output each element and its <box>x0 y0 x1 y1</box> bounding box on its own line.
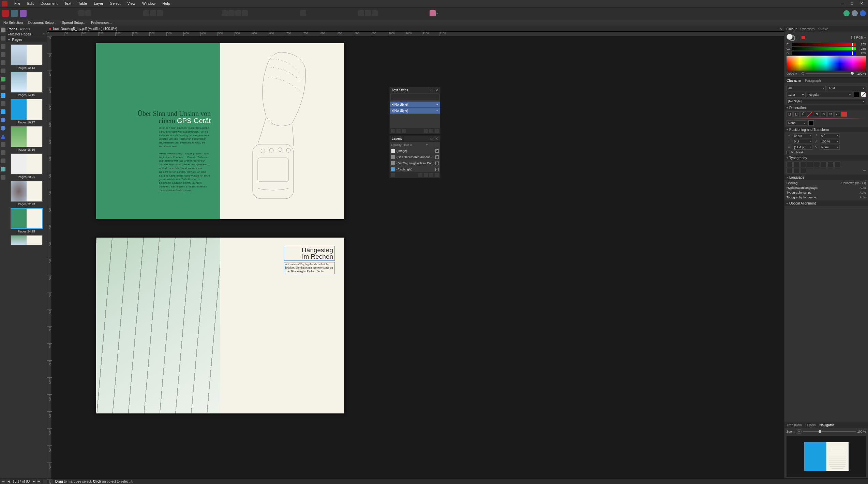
slider-red[interactable]: R:235 <box>787 43 866 46</box>
page-thumb-18-19[interactable]: Pages 18,19 <box>8 126 45 151</box>
page-thumb-20-21[interactable]: Pages 20,21 <box>8 153 45 179</box>
font-collection-select[interactable]: All▾ <box>787 86 826 91</box>
highlight-btn[interactable] <box>841 111 847 117</box>
toolbar-button[interactable] <box>78 10 85 16</box>
zoom-out-icon[interactable]: − <box>797 429 802 434</box>
page-thumb-14-15[interactable]: Pages 14,15 <box>8 72 45 97</box>
menu-window[interactable]: Window <box>139 0 159 7</box>
typo-fractions-btn[interactable] <box>793 168 799 173</box>
decorations-header[interactable]: Decorations <box>789 106 807 110</box>
rounded-rect-tool-icon[interactable] <box>1 126 5 131</box>
toolbar-button[interactable] <box>143 10 149 16</box>
layer-row[interactable]: (Rectangle) <box>390 166 440 172</box>
slider-blue[interactable]: B:235 <box>787 51 866 55</box>
baseline-input[interactable]: 0 pt▾ <box>793 139 812 144</box>
page-27[interactable]: Hängestegim Rechen Auf meinem Weg begehe… <box>220 238 344 413</box>
layers-blend-icon[interactable] <box>429 143 433 147</box>
zoom-value[interactable]: 100 % <box>857 430 866 433</box>
navigator-thumbnail[interactable] <box>787 436 866 477</box>
double-strike-btn[interactable]: S <box>821 111 827 117</box>
typo-contextual-btn[interactable] <box>793 162 799 167</box>
panel-close-icon[interactable]: ✕ <box>435 88 438 92</box>
page-thumb-26-27[interactable] <box>8 235 45 245</box>
sync-icon[interactable] <box>852 10 858 16</box>
font-colour-well[interactable] <box>854 92 859 97</box>
textstyle-para-icon[interactable] <box>391 129 395 133</box>
textstyle-reset-icon[interactable] <box>424 129 428 133</box>
typo-smallcaps-btn[interactable] <box>821 162 827 167</box>
tab-transform[interactable]: Transform <box>787 423 802 427</box>
tab-character[interactable]: Character <box>787 79 802 82</box>
tab-swatches[interactable]: Swatches <box>800 27 814 31</box>
menu-table[interactable]: Table <box>75 0 90 7</box>
window-maximize-icon[interactable]: □ <box>850 1 854 6</box>
toolbar-button[interactable] <box>150 10 156 16</box>
layer-fx-icon[interactable] <box>424 173 428 177</box>
font-weight-select[interactable]: Regular▾ <box>807 92 852 97</box>
language-header[interactable]: Language <box>789 176 805 179</box>
opacity-slider[interactable] <box>806 73 854 74</box>
menu-select[interactable]: Select <box>107 0 124 7</box>
rectangle-tool-icon[interactable] <box>1 109 5 114</box>
hscale-input[interactable]: 100 %▾ <box>820 139 840 144</box>
fill-well-icon[interactable] <box>787 34 793 40</box>
typo-standard-lig-btn[interactable] <box>787 162 793 167</box>
ctx-spread-setup[interactable]: Spread Setup... <box>62 21 86 25</box>
layer-row[interactable]: (Das Reduzieren auf|das We) <box>390 154 440 160</box>
typo-lang-value[interactable]: Auto <box>859 196 866 199</box>
prev-page-icon[interactable]: ◀ <box>6 480 11 484</box>
pen-tool-icon[interactable] <box>1 52 5 57</box>
typo-petite-btn[interactable] <box>834 162 840 167</box>
ruler-horizontal[interactable]: 0501001502002503003504004505005506006507… <box>47 32 784 36</box>
typo-case-btn[interactable] <box>814 162 820 167</box>
menu-text[interactable]: Text <box>61 0 75 7</box>
opacity-noise-icon[interactable] <box>802 72 804 75</box>
account-icon[interactable] <box>843 10 850 16</box>
optical-alignment-header[interactable]: Optical Alignment <box>789 201 816 205</box>
typo-slashzero-btn[interactable] <box>800 168 806 173</box>
body-text-haengesteg[interactable]: Auf meinem Weg begehe ich zahlreiche Brü… <box>284 262 335 274</box>
ruler-vertical[interactable]: 0501001502002503003504004505005506006507… <box>47 36 52 479</box>
body-text-gps[interactable]: Über den Sinn eines GPS-Gerätes gehen di… <box>159 126 211 196</box>
toolbar-button[interactable] <box>228 10 235 16</box>
tracking-input[interactable]: (0 ‰)▾ <box>793 133 812 138</box>
typo-ordinals-btn[interactable] <box>787 168 793 173</box>
brush-tool-icon[interactable] <box>1 69 5 73</box>
toolbar-button[interactable] <box>85 10 91 16</box>
pencil-tool-icon[interactable] <box>1 60 5 65</box>
window-minimize-icon[interactable]: — <box>840 1 845 6</box>
persona-designer-icon[interactable] <box>11 10 18 17</box>
viewport[interactable]: Über Sinn und Unsinn voneinem GPS-Gerät … <box>52 36 784 479</box>
zoom-slider[interactable] <box>803 431 856 432</box>
menu-file[interactable]: File <box>11 0 24 7</box>
tab-colour[interactable]: Colour <box>787 27 796 31</box>
page-26[interactable] <box>96 238 220 413</box>
gps-sketch-image[interactable] <box>234 49 323 206</box>
font-size-input[interactable]: 12 pt▾ <box>787 92 806 97</box>
master-pages-header[interactable]: Master Pages <box>10 32 31 36</box>
char-style-select[interactable]: [No Style]▾ <box>787 99 866 104</box>
layer-add-icon[interactable] <box>429 173 433 177</box>
text-styles-search[interactable] <box>391 94 439 100</box>
text-tool-icon[interactable] <box>1 44 5 49</box>
menu-layer[interactable]: Layer <box>90 0 107 7</box>
toolbar-button[interactable] <box>157 10 163 16</box>
tab-history[interactable]: History <box>805 423 816 427</box>
ellipse-tool-icon[interactable] <box>1 118 5 122</box>
node-tool-icon[interactable] <box>1 36 5 41</box>
ctx-document-setup[interactable]: Document Setup... <box>28 21 57 25</box>
toolbar-button[interactable] <box>430 10 436 16</box>
frame-rect-tool-icon[interactable] <box>1 93 5 98</box>
page-24[interactable]: Über Sinn und Unsinn voneinem GPS-Gerät … <box>96 43 220 219</box>
superscript-btn[interactable]: x² <box>827 111 834 117</box>
typo-historical-btn[interactable] <box>807 162 813 167</box>
text-style-item[interactable]: ▸[No Style]≡ <box>390 108 440 114</box>
double-underline-btn[interactable]: U <box>793 111 799 117</box>
last-page-icon[interactable]: ⏭ <box>37 480 41 484</box>
typography-header[interactable]: Typography <box>789 156 807 160</box>
vector-crop-tool-icon[interactable] <box>1 158 5 163</box>
table-tool-icon[interactable] <box>1 85 5 90</box>
panel-collapse-icon[interactable]: ▭ <box>430 88 433 92</box>
view-tool-icon[interactable] <box>1 167 5 171</box>
colour-mode-icon[interactable] <box>851 36 855 39</box>
